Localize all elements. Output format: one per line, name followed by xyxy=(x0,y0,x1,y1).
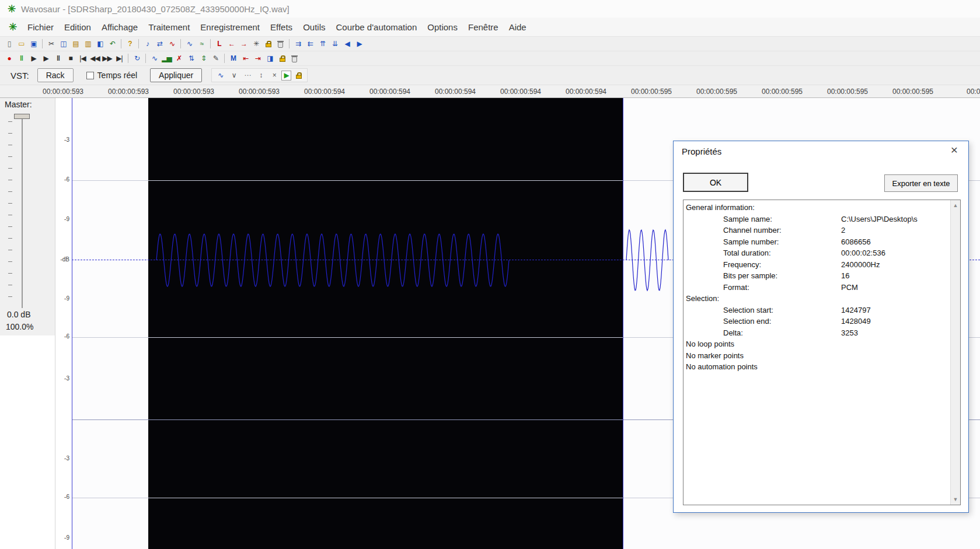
snap-icon[interactable]: ✳ xyxy=(250,38,262,50)
property-label: Delta: xyxy=(723,328,743,337)
help-icon[interactable]: ? xyxy=(124,38,136,50)
property-section-label: General information: xyxy=(686,203,755,212)
rack-button[interactable]: Rack xyxy=(37,68,74,82)
menu-item-fen-tre[interactable]: Fenêtre xyxy=(463,19,504,35)
audio-properties-icon[interactable]: ♪ xyxy=(141,38,154,50)
paste-icon[interactable]: ▤ xyxy=(69,38,82,50)
statistics-icon[interactable]: ▂▅ xyxy=(161,53,173,65)
export-text-button[interactable]: Exporter en texte xyxy=(884,174,958,192)
paste-mix-icon[interactable]: ▥ xyxy=(82,38,94,50)
record-icon[interactable]: ● xyxy=(3,53,15,65)
pause-icon[interactable]: ‖ xyxy=(52,53,64,65)
menu-item-affichage[interactable]: Affichage xyxy=(96,19,143,35)
menu-bar: ✳ FichierEditionAffichageTraitementEnreg… xyxy=(0,18,980,36)
zoom-vertical-out-icon[interactable]: ⇊ xyxy=(329,38,341,50)
new-file-icon[interactable]: ▯ xyxy=(3,38,15,50)
zoom-in-icon[interactable]: ⇉ xyxy=(292,38,304,50)
preset-dropdown-icon[interactable]: ∨ xyxy=(228,69,240,82)
vst-bar: VST: Rack Temps réel Appliquer ∿∨⋯↕×▶ xyxy=(0,65,980,85)
vst-curve-icon[interactable]: ∿ xyxy=(214,69,226,82)
convert-icon[interactable]: ⇄ xyxy=(154,38,166,50)
play-cursor-icon[interactable]: ▶ xyxy=(27,53,40,65)
forward-icon[interactable]: ▶▶ xyxy=(101,53,113,65)
db-scale-label: -9 xyxy=(64,216,69,222)
menu-item-traitement[interactable]: Traitement xyxy=(143,19,195,35)
resize-icon[interactable]: ↕ xyxy=(254,69,267,82)
menu-item-edition[interactable]: Edition xyxy=(59,19,96,35)
scroll-up-icon[interactable]: ▲ xyxy=(951,201,960,210)
ruler-timestamp: 00:00:00:594 xyxy=(562,88,611,96)
menu-item-outils[interactable]: Outils xyxy=(298,19,330,35)
menu-item-fichier[interactable]: Fichier xyxy=(22,19,59,35)
save-icon[interactable]: ▣ xyxy=(27,38,40,50)
loop-playback-icon[interactable]: ↻ xyxy=(131,53,143,65)
wave-zoom-in-icon[interactable]: ∿ xyxy=(183,38,196,50)
db-scale-label: -3 xyxy=(64,137,69,143)
loop-marker-icon[interactable]: L xyxy=(213,38,225,50)
lock-icon[interactable] xyxy=(276,53,288,65)
marker-next-icon[interactable]: ⇥ xyxy=(252,53,264,65)
slider-tick xyxy=(8,226,12,227)
lock-icon[interactable] xyxy=(262,38,274,50)
lock-glyph xyxy=(266,43,271,47)
go-end-icon[interactable]: ▶| xyxy=(113,53,125,65)
process-play-icon[interactable]: ▶ xyxy=(281,71,291,81)
insert-silence-icon[interactable]: ∿ xyxy=(148,53,161,65)
menu-item-enregistrement[interactable]: Enregistrement xyxy=(195,19,265,35)
listbox-scrollbar[interactable]: ▲ ▼ xyxy=(950,200,960,505)
scroll-left-icon[interactable]: ◀ xyxy=(341,38,353,50)
play-selection-icon[interactable]: ◨ xyxy=(264,53,276,65)
swap-channels-icon[interactable]: ⇅ xyxy=(185,53,197,65)
realtime-checkbox[interactable] xyxy=(86,72,94,79)
scroll-down-icon[interactable]: ▼ xyxy=(951,495,960,504)
stop-icon[interactable]: ■ xyxy=(64,53,76,65)
toolbar-separator xyxy=(210,39,211,48)
undo-icon[interactable]: ↶ xyxy=(106,38,118,50)
properties-row: Total duration:00:00:02:536 xyxy=(683,247,950,259)
timeline-ruler[interactable]: 00:00:00:59300:00:00:59300:00:00:59300:0… xyxy=(0,85,980,98)
marker-icon[interactable]: M xyxy=(227,53,239,65)
slider-tick xyxy=(8,133,12,134)
open-folder-icon[interactable]: ▭ xyxy=(15,38,27,50)
rewind-icon[interactable]: ◀◀ xyxy=(89,53,101,65)
more-options-icon[interactable]: ⋯ xyxy=(241,69,253,82)
properties-row: Selection end:1428049 xyxy=(683,316,950,327)
go-start-icon[interactable]: |◀ xyxy=(76,53,89,65)
trim-icon[interactable]: ◧ xyxy=(94,38,106,50)
scroll-right-icon[interactable]: ▶ xyxy=(353,38,365,50)
marker-prev-icon[interactable]: ⇤ xyxy=(239,53,252,65)
copy-icon[interactable]: ◫ xyxy=(57,38,69,50)
master-volume-slider-track[interactable] xyxy=(22,118,23,308)
chainsaw-icon[interactable]: ∿ xyxy=(166,38,178,50)
apply-button[interactable]: Appliquer xyxy=(150,68,202,82)
menu-item-courbe-d-automation[interactable]: Courbe d'automation xyxy=(330,19,422,35)
play-icon[interactable]: ▶ xyxy=(40,53,52,65)
vst-lock-icon[interactable] xyxy=(292,69,305,82)
cut-icon[interactable]: ✂ xyxy=(45,38,57,50)
master-db-value: 0.0 dB xyxy=(7,310,30,319)
normalize-icon[interactable]: ⇕ xyxy=(197,53,210,65)
menu-item-options[interactable]: Options xyxy=(422,19,463,35)
ruler-timestamp: 00:00:00:593 xyxy=(169,88,218,96)
zoom-vertical-in-icon[interactable]: ⇈ xyxy=(316,38,329,50)
db-scale-label: -9 xyxy=(64,534,69,541)
trash-icon[interactable] xyxy=(288,53,301,65)
remove-vst-icon[interactable]: × xyxy=(268,69,280,82)
menu-item-effets[interactable]: Effets xyxy=(265,19,298,35)
wave-zoom-out-icon[interactable]: ≈ xyxy=(196,38,208,50)
delete-selection-icon[interactable]: ✗ xyxy=(173,53,185,65)
marker-left-icon[interactable]: ← xyxy=(225,38,238,50)
close-icon[interactable]: × xyxy=(947,143,961,157)
menu-item-aide[interactable]: Aide xyxy=(504,19,532,35)
pause-live-icon[interactable]: ‖ xyxy=(15,53,27,65)
ok-button[interactable]: OK xyxy=(683,173,748,192)
master-percent-value: 100.0% xyxy=(6,322,33,331)
master-volume-slider-thumb[interactable] xyxy=(14,114,30,119)
marker-right-icon[interactable]: → xyxy=(238,38,250,50)
draw-wave-icon[interactable]: ✎ xyxy=(210,53,222,65)
db-scale-label: -dB xyxy=(60,256,69,263)
trash-icon[interactable] xyxy=(274,38,287,50)
db-scale-ruler: -3-6-9-dB-9-6-3-3-6-9 xyxy=(55,98,72,549)
toolbar-separator xyxy=(180,39,181,48)
zoom-out-icon[interactable]: ⇇ xyxy=(304,38,316,50)
